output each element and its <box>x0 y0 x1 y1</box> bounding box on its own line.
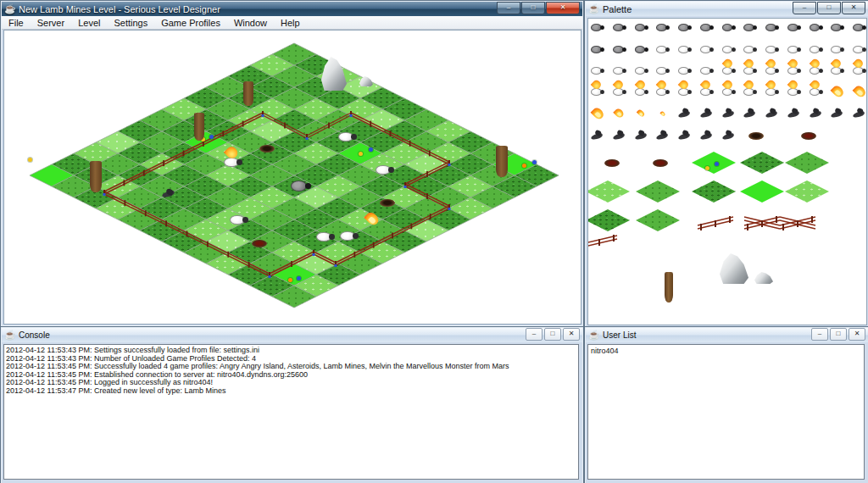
close-button[interactable]: ✕ <box>842 2 865 14</box>
sheep-burning-sprite[interactable] <box>224 156 242 169</box>
minimize-button[interactable]: – <box>497 2 520 14</box>
sheep-gray-sprite[interactable] <box>765 23 779 32</box>
close-button[interactable]: ✕ <box>563 328 580 341</box>
crow-sprite[interactable] <box>721 131 736 141</box>
mine-hole-red-sprite[interactable] <box>252 240 267 247</box>
minimize-button[interactable]: – <box>793 2 816 14</box>
sheep-gray-sprite[interactable] <box>810 23 823 32</box>
flame-sprite[interactable] <box>593 107 603 120</box>
sheep-burning-sprite[interactable] <box>810 66 823 75</box>
sheep-white-sprite[interactable] <box>787 45 801 54</box>
menu-file[interactable]: File <box>2 17 31 29</box>
fence-piece-cross[interactable] <box>743 213 782 231</box>
crow-sprite[interactable] <box>765 109 780 119</box>
sheep-white-sprite[interactable] <box>316 230 335 243</box>
mine-hole-red-sprite[interactable] <box>801 132 816 140</box>
console-titlebar[interactable]: ☕ Console –□✕ <box>2 328 582 342</box>
sheep-white-sprite[interactable] <box>853 45 866 54</box>
flower-yellow[interactable] <box>28 158 32 162</box>
grass-tile-dark[interactable] <box>692 180 736 203</box>
sheep-gray-sprite[interactable] <box>613 23 626 32</box>
sheep-burning-sprite[interactable] <box>810 87 823 97</box>
sheep-burning-sprite[interactable] <box>831 66 844 75</box>
sheep-white-sprite[interactable] <box>810 45 823 54</box>
sheep-burning-sprite[interactable] <box>743 87 757 97</box>
flame-sprite[interactable] <box>832 85 843 98</box>
crow-sprite[interactable] <box>831 109 845 119</box>
sheep-gray-sprite[interactable] <box>656 23 670 32</box>
crow-sprite[interactable] <box>612 131 626 141</box>
sheep-burning-sprite[interactable] <box>722 87 736 97</box>
grass-tile[interactable] <box>785 152 829 174</box>
grass-tile[interactable] <box>636 209 680 231</box>
palette-canvas[interactable] <box>587 18 867 325</box>
console-log-area[interactable]: 2012-04-12 11:53:43 PM: Settings success… <box>3 344 579 480</box>
crow-sprite[interactable] <box>678 131 693 141</box>
sheep-gray-sprite[interactable] <box>613 45 626 54</box>
maximize-button[interactable]: □ <box>521 2 545 14</box>
tree-sprite[interactable] <box>642 236 696 303</box>
sheep-gray-sprite[interactable] <box>853 23 866 32</box>
crow-sprite[interactable] <box>678 109 693 119</box>
crow-sprite[interactable] <box>656 131 670 141</box>
crow-sprite[interactable] <box>853 109 867 119</box>
flame-sprite[interactable] <box>615 108 624 119</box>
mine-hole-sprite[interactable] <box>380 199 395 207</box>
crow-sprite[interactable] <box>634 131 648 141</box>
sheep-white-sprite[interactable] <box>230 214 248 226</box>
crow-sprite[interactable] <box>787 109 801 119</box>
sheep-burning-sprite[interactable] <box>765 87 779 97</box>
flower-blue[interactable] <box>715 162 719 166</box>
sheep-gray-sprite[interactable] <box>591 23 604 32</box>
fence-piece[interactable] <box>696 213 735 231</box>
sheep-burning-sprite[interactable] <box>743 66 757 75</box>
sheep-white-sprite[interactable] <box>340 230 359 242</box>
flower-orange[interactable] <box>288 278 292 282</box>
sheep-gray-sprite[interactable] <box>635 45 648 54</box>
sheep-burning-sprite[interactable] <box>613 87 626 97</box>
grass-tile-dark[interactable] <box>740 152 784 174</box>
sheep-white-sprite[interactable] <box>656 45 670 54</box>
sheep-white-sprite[interactable] <box>678 45 692 54</box>
fence-piece[interactable] <box>587 231 619 250</box>
grass-tile-dark[interactable] <box>587 209 630 231</box>
mine-hole-sprite[interactable] <box>259 145 275 153</box>
grass-tile-bright[interactable] <box>692 152 736 174</box>
menu-settings[interactable]: Settings <box>107 17 154 29</box>
sheep-white-sprite[interactable] <box>678 66 692 75</box>
crow-sprite[interactable] <box>591 131 605 141</box>
sheep-burning-sprite[interactable] <box>591 87 604 97</box>
menu-game-profiles[interactable]: Game Profiles <box>154 17 227 29</box>
user-list-item[interactable]: nitro404 <box>591 347 861 355</box>
maximize-button[interactable]: □ <box>544 328 561 341</box>
sheep-burning-sprite[interactable] <box>853 66 866 75</box>
sheep-gray-sprite[interactable] <box>591 45 604 54</box>
menu-help[interactable]: Help <box>274 17 307 29</box>
flame-sprite[interactable] <box>854 85 865 98</box>
sheep-gray-sprite[interactable] <box>831 23 844 32</box>
rock-large-sprite[interactable] <box>720 253 748 284</box>
crow-sprite[interactable] <box>699 131 714 141</box>
flower-yellow[interactable] <box>359 152 363 156</box>
maximize-button[interactable]: □ <box>830 328 847 341</box>
flame-sprite[interactable] <box>661 111 665 117</box>
sheep-white-sprite[interactable] <box>700 66 714 75</box>
level-editor-canvas[interactable] <box>3 30 581 325</box>
sheep-white-sprite[interactable] <box>765 45 779 54</box>
grass-tile-bright[interactable] <box>740 180 784 203</box>
user-list-area[interactable]: nitro404 <box>587 344 865 480</box>
sheep-white-sprite[interactable] <box>591 66 604 75</box>
flower-yellow[interactable] <box>705 166 709 170</box>
sheep-burning-sprite[interactable] <box>787 66 801 75</box>
sheep-burning-sprite[interactable] <box>765 66 779 75</box>
main-titlebar[interactable]: ☕ New Lamb Mines Level - Serious Level D… <box>2 2 582 16</box>
tree-sprite[interactable] <box>60 125 131 192</box>
minimize-button[interactable]: – <box>811 328 828 341</box>
sheep-white-sprite[interactable] <box>635 66 648 75</box>
sheep-gray-sprite[interactable] <box>722 23 736 32</box>
fence-piece-cross[interactable] <box>778 213 817 231</box>
menu-level[interactable]: Level <box>71 17 107 29</box>
sheep-white-sprite[interactable] <box>376 164 394 176</box>
sheep-gray-sprite[interactable] <box>743 23 757 32</box>
menu-server[interactable]: Server <box>31 17 71 29</box>
